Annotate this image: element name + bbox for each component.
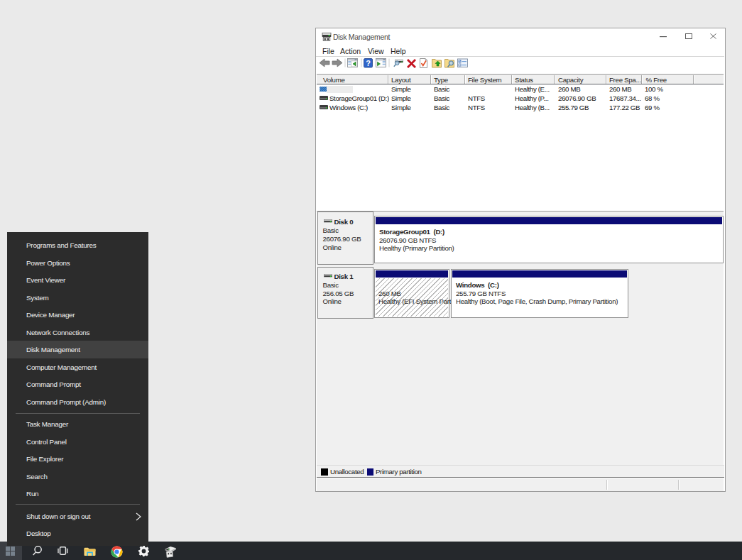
svg-text:?: ? (366, 59, 371, 67)
